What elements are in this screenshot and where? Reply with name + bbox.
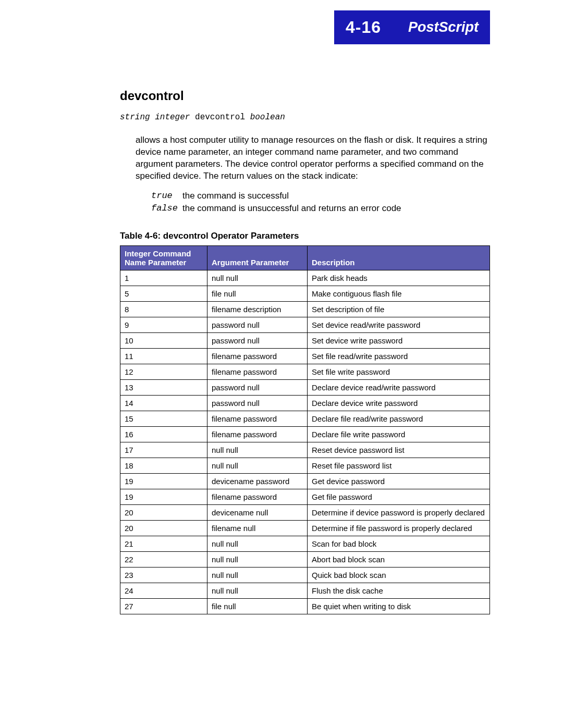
table-row: 24null nullFlush the disk cache xyxy=(120,583,490,599)
cell-argument: password null xyxy=(207,317,308,333)
cell-command: 19 xyxy=(120,474,207,489)
cell-command: 10 xyxy=(120,333,207,349)
table-row: 20devicename nullDetermine if device pas… xyxy=(120,505,490,521)
operator-signature: string integer devcontrol boolean xyxy=(120,113,490,122)
cell-description: Set file read/write password xyxy=(308,349,490,364)
cell-command: 21 xyxy=(120,536,207,552)
cell-command: 16 xyxy=(120,427,207,442)
cell-argument: filename password xyxy=(207,489,308,505)
cell-command: 8 xyxy=(120,302,207,317)
table-caption: Table 4-6: devcontrol Operator Parameter… xyxy=(120,231,490,241)
return-values: true the command is successful false the… xyxy=(151,190,490,215)
table-row: 22null nullAbort bad block scan xyxy=(120,552,490,567)
table-row: 13password nullDeclare device read/write… xyxy=(120,380,490,396)
cell-command: 12 xyxy=(120,364,207,380)
cell-command: 17 xyxy=(120,442,207,458)
table-row: 17null nullReset device password list xyxy=(120,442,490,458)
cell-description: Flush the disk cache xyxy=(308,583,490,599)
cell-description: Declare file write password xyxy=(308,427,490,442)
col-header-description: Description xyxy=(308,246,490,270)
cell-argument: null null xyxy=(207,552,308,567)
cell-description: Quick bad block scan xyxy=(308,567,490,583)
cell-argument: password null xyxy=(207,396,308,411)
signature-args: string integer xyxy=(120,113,190,122)
page-header: 4-16 PostScript xyxy=(334,10,490,44)
table-row: 18null nullReset file password list xyxy=(120,458,490,474)
col-header-command: Integer Command Name Parameter xyxy=(120,246,207,270)
cell-description: Set device write password xyxy=(308,333,490,349)
table-row: 23null nullQuick bad block scan xyxy=(120,567,490,583)
table-row: 10password nullSet device write password xyxy=(120,333,490,349)
cell-command: 22 xyxy=(120,552,207,567)
cell-argument: filename password xyxy=(207,349,308,364)
return-false-key: false xyxy=(151,202,182,215)
cell-description: Set description of file xyxy=(308,302,490,317)
cell-argument: null null xyxy=(207,270,308,286)
cell-argument: null null xyxy=(207,583,308,599)
cell-argument: null null xyxy=(207,536,308,552)
cell-argument: password null xyxy=(207,333,308,349)
cell-description: Scan for bad block xyxy=(308,536,490,552)
description-paragraph: allows a host computer utility to manage… xyxy=(136,134,490,182)
table-row: 27file nullBe quiet when writing to disk xyxy=(120,599,490,614)
return-true-row: true the command is successful xyxy=(151,190,490,203)
table-row: 14password nullDeclare device write pass… xyxy=(120,396,490,411)
cell-argument: filename password xyxy=(207,411,308,427)
cell-argument: filename null xyxy=(207,521,308,536)
return-true-key: true xyxy=(151,190,182,203)
return-false-row: false the command is unsuccessful and re… xyxy=(151,202,490,215)
cell-description: Be quiet when writing to disk xyxy=(308,599,490,614)
cell-command: 14 xyxy=(120,396,207,411)
cell-argument: filename password xyxy=(207,364,308,380)
page-number: 4-16 xyxy=(334,10,393,44)
table-row: 21null nullScan for bad block xyxy=(120,536,490,552)
cell-argument: devicename null xyxy=(207,505,308,521)
cell-argument: file null xyxy=(207,286,308,302)
table-header-row: Integer Command Name Parameter Argument … xyxy=(120,246,490,270)
cell-command: 5 xyxy=(120,286,207,302)
cell-description: Reset file password list xyxy=(308,458,490,474)
table-row: 1null nullPark disk heads xyxy=(120,270,490,286)
table-row: 19devicename passwordGet device password xyxy=(120,474,490,489)
cell-description: Park disk heads xyxy=(308,270,490,286)
table-row: 12filename passwordSet file write passwo… xyxy=(120,364,490,380)
table-row: 15filename passwordDeclare file read/wri… xyxy=(120,411,490,427)
cell-command: 1 xyxy=(120,270,207,286)
cell-command: 27 xyxy=(120,599,207,614)
section-title: devcontrol xyxy=(120,89,490,103)
cell-command: 23 xyxy=(120,567,207,583)
cell-argument: filename password xyxy=(207,427,308,442)
signature-return: boolean xyxy=(250,113,285,122)
page: 4-16 PostScript devcontrol string intege… xyxy=(0,0,563,728)
cell-command: 19 xyxy=(120,489,207,505)
return-false-desc: the command is unsuccessful and returns … xyxy=(182,202,401,215)
cell-description: Set device read/write password xyxy=(308,317,490,333)
cell-description: Declare device write password xyxy=(308,396,490,411)
cell-description: Reset device password list xyxy=(308,442,490,458)
cell-description: Determine if device password is properly… xyxy=(308,505,490,521)
table-row: 5file nullMake contiguous flash file xyxy=(120,286,490,302)
table-row: 20filename nullDetermine if file passwor… xyxy=(120,521,490,536)
chapter-title: PostScript xyxy=(393,10,490,44)
cell-command: 18 xyxy=(120,458,207,474)
cell-argument: file null xyxy=(207,599,308,614)
col-header-argument: Argument Parameter xyxy=(207,246,308,270)
table-row: 19filename passwordGet file password xyxy=(120,489,490,505)
cell-description: Get device password xyxy=(308,474,490,489)
cell-command: 9 xyxy=(120,317,207,333)
table-row: 11filename passwordSet file read/write p… xyxy=(120,349,490,364)
cell-command: 15 xyxy=(120,411,207,427)
signature-operator: devcontrol xyxy=(195,113,245,122)
cell-argument: devicename password xyxy=(207,474,308,489)
table-row: 16filename passwordDeclare file write pa… xyxy=(120,427,490,442)
cell-description: Declare device read/write password xyxy=(308,380,490,396)
cell-description: Determine if file password is properly d… xyxy=(308,521,490,536)
cell-argument: filename description xyxy=(207,302,308,317)
cell-command: 20 xyxy=(120,521,207,536)
cell-description: Make contiguous flash file xyxy=(308,286,490,302)
cell-command: 20 xyxy=(120,505,207,521)
table-row: 9password nullSet device read/write pass… xyxy=(120,317,490,333)
cell-command: 13 xyxy=(120,380,207,396)
cell-argument: null null xyxy=(207,442,308,458)
parameters-table: Integer Command Name Parameter Argument … xyxy=(120,245,490,614)
